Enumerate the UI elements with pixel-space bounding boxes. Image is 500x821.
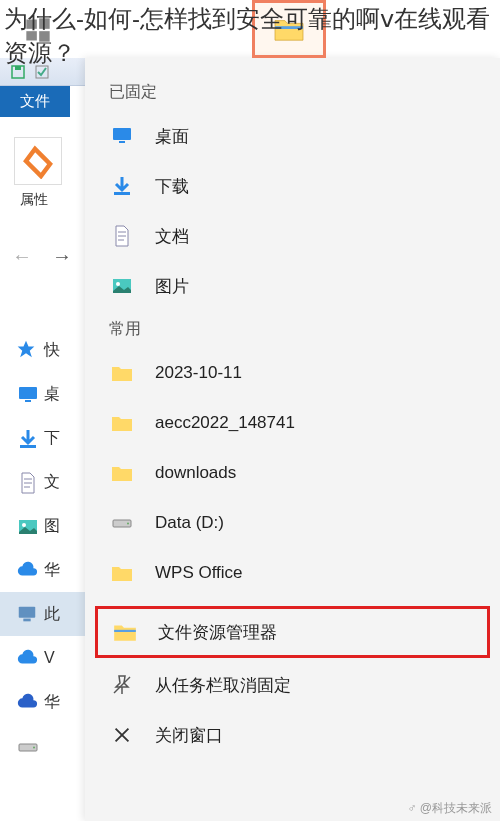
svg-rect-4: [275, 26, 303, 29]
menu-item-picture[interactable]: 图片: [85, 261, 500, 311]
sidebar-item[interactable]: 下: [16, 416, 85, 460]
cloud-icon: [16, 559, 38, 581]
properties-icon: [14, 137, 62, 185]
svg-rect-6: [15, 66, 21, 70]
svg-point-15: [22, 523, 26, 527]
menu-item-download[interactable]: 下载: [85, 161, 500, 211]
windows-logo-icon[interactable]: [20, 12, 56, 48]
unpin-icon: [109, 672, 135, 698]
menu-item-label: Data (D:): [155, 513, 224, 533]
navigation-tree: 快桌下文图华此V华: [0, 328, 85, 768]
folder-icon: [109, 460, 135, 486]
menu-item-label: 从任务栏取消固定: [155, 674, 291, 697]
svg-rect-1: [39, 18, 49, 28]
menu-item-folder[interactable]: 2023-10-11: [85, 348, 500, 398]
folder-icon: [109, 360, 135, 386]
menu-item-label: downloads: [155, 463, 236, 483]
star-icon: [16, 339, 38, 361]
menu-item-folder[interactable]: WPS Office: [85, 548, 500, 598]
menu-item-label: WPS Office: [155, 563, 243, 583]
sidebar-item-label: 文: [44, 472, 60, 493]
sidebar-item[interactable]: 图: [16, 504, 85, 548]
download-icon: [109, 173, 135, 199]
jump-list-menu: 已固定 桌面下载文档图片 常用 2023-10-11aecc2022_14874…: [85, 58, 500, 821]
menu-item-label: 2023-10-11: [155, 363, 242, 383]
menu-item-label: 文件资源管理器: [158, 621, 277, 644]
menu-item-folder[interactable]: downloads: [85, 448, 500, 498]
sidebar-item-label: 华: [44, 692, 60, 713]
sidebar-item-label: 下: [44, 428, 60, 449]
folder-icon: [109, 410, 135, 436]
svg-rect-30: [114, 630, 136, 632]
menu-item-unpin[interactable]: 从任务栏取消固定: [85, 660, 500, 710]
menu-item-document[interactable]: 文档: [85, 211, 500, 261]
properties-label: 属性: [14, 191, 85, 209]
menu-item-explorer[interactable]: 文件资源管理器: [95, 606, 490, 658]
sidebar-item[interactable]: 华: [16, 548, 85, 592]
quick-access-toolbar: [0, 58, 85, 86]
menu-item-label: 关闭窗口: [155, 724, 223, 747]
sidebar-item[interactable]: [16, 724, 85, 768]
picture-icon: [109, 273, 135, 299]
menu-item-close[interactable]: 关闭窗口: [85, 710, 500, 760]
menu-item-label: 文档: [155, 225, 189, 248]
sidebar-item-label: V: [44, 649, 55, 667]
sidebar-item[interactable]: 快: [16, 328, 85, 372]
svg-point-27: [116, 282, 120, 286]
save-icon[interactable]: [10, 64, 26, 80]
drive-icon: [109, 510, 135, 536]
file-tab[interactable]: 文件: [0, 86, 70, 117]
frequent-header: 常用: [85, 311, 500, 348]
monitor-icon: [16, 383, 38, 405]
menu-item-desktop[interactable]: 桌面: [85, 111, 500, 161]
svg-rect-3: [39, 31, 49, 41]
taskbar-icons-row: [0, 12, 56, 48]
sidebar-item-label: 图: [44, 516, 60, 537]
drive-icon: [16, 735, 38, 757]
svg-rect-16: [19, 607, 36, 618]
menu-item-folder[interactable]: aecc2022_148741: [85, 398, 500, 448]
sidebar-item[interactable]: 文: [16, 460, 85, 504]
nav-arrows: ← →: [0, 225, 85, 288]
properties-block[interactable]: 属性: [0, 117, 85, 225]
watermark-text: ♂ @科技未来派: [407, 800, 492, 817]
svg-point-29: [127, 523, 129, 525]
sidebar-item-label: 此: [44, 604, 60, 625]
svg-rect-0: [26, 20, 36, 29]
close-icon: [109, 722, 135, 748]
checkbox-icon[interactable]: [34, 64, 50, 80]
svg-point-19: [33, 747, 35, 749]
pic-icon: [16, 515, 38, 537]
svg-rect-17: [23, 619, 30, 622]
svg-rect-22: [114, 192, 130, 195]
menu-item-label: aecc2022_148741: [155, 413, 295, 433]
explorer-icon: [112, 619, 138, 645]
menu-item-label: 下载: [155, 175, 189, 198]
sidebar-item[interactable]: 桌: [16, 372, 85, 416]
explorer-taskbar-highlight: [252, 0, 326, 58]
cloud-icon: [16, 647, 38, 669]
sidebar-item[interactable]: 此: [0, 592, 85, 636]
sidebar-item[interactable]: V: [16, 636, 85, 680]
doc-icon: [16, 471, 38, 493]
file-explorer-icon[interactable]: [272, 15, 306, 43]
forward-arrow-icon[interactable]: →: [52, 245, 72, 268]
cloud-icon: [16, 691, 38, 713]
pc-icon: [16, 603, 38, 625]
svg-rect-20: [113, 128, 131, 140]
sidebar-item-label: 桌: [44, 384, 60, 405]
sidebar-item-label: 华: [44, 560, 60, 581]
folder-icon: [109, 560, 135, 586]
menu-item-label: 桌面: [155, 125, 189, 148]
svg-rect-8: [19, 387, 37, 399]
down-icon: [16, 427, 38, 449]
sidebar-item[interactable]: 华: [16, 680, 85, 724]
sidebar-item-label: 快: [44, 340, 60, 361]
svg-rect-9: [25, 400, 31, 402]
menu-item-drive[interactable]: Data (D:): [85, 498, 500, 548]
pinned-header: 已固定: [85, 74, 500, 111]
desktop-icon: [109, 123, 135, 149]
svg-rect-10: [20, 445, 36, 448]
document-icon: [109, 223, 135, 249]
back-arrow-icon: ←: [12, 245, 32, 268]
